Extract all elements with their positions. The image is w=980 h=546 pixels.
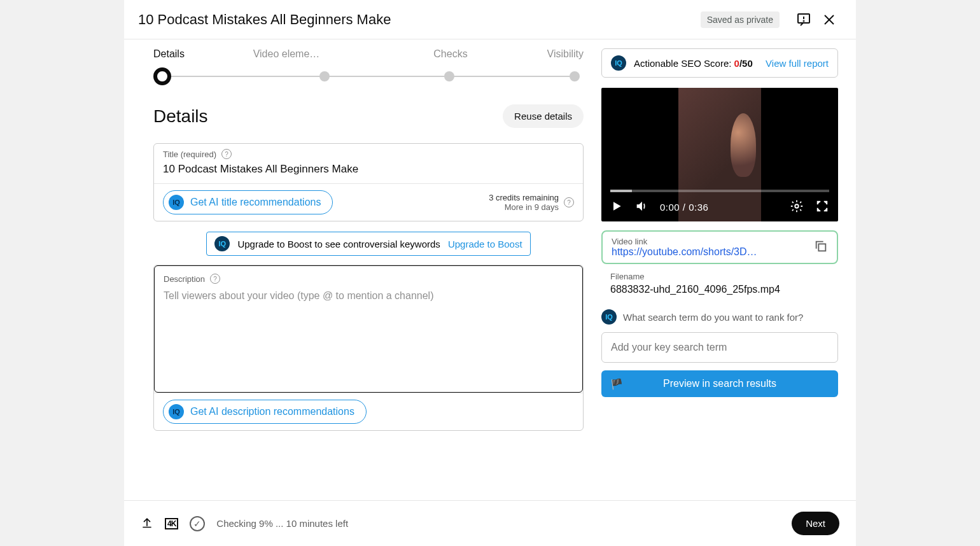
title-field-label: Title (required) ? <box>163 149 574 159</box>
search-prompt: What search term do you want to rank for… <box>623 312 803 323</box>
feedback-icon <box>796 12 811 27</box>
preview-search-button[interactable]: 🏴 Preview in search results <box>601 370 838 397</box>
search-prompt-row: IQ What search term do you want to rank … <box>601 309 838 325</box>
copy-link-button[interactable] <box>814 239 828 256</box>
description-card: Description ? Tell viewers about your vi… <box>153 265 584 431</box>
boost-text: Upgrade to Boost to see controversial ke… <box>237 239 440 249</box>
close-button[interactable] <box>816 7 842 32</box>
upload-indicator <box>141 516 153 531</box>
video-link-card: Video link https://youtube.com/shorts/3D… <box>601 230 838 264</box>
gear-icon <box>790 199 804 213</box>
ai-desc-row: IQ Get AI description recommendations <box>154 393 583 430</box>
fullscreen-icon <box>815 199 829 213</box>
right-column: IQ Actionable SEO Score: 0/50 View full … <box>601 39 856 500</box>
filename-label: Filename <box>610 272 829 281</box>
svg-rect-6 <box>818 244 825 251</box>
description-placeholder: Tell viewers about your video (type @ to… <box>164 290 573 302</box>
video-link-label: Video link <box>612 237 814 246</box>
player-time: 0:00 / 0:36 <box>660 202 708 213</box>
volume-icon <box>634 199 648 213</box>
modal-footer: 4K Checking 9% ... 10 minutes left Next <box>124 500 856 546</box>
filename-card: Filename 6883832-uhd_2160_4096_25fps.mp4 <box>601 264 838 295</box>
help-icon[interactable]: ? <box>221 149 232 159</box>
help-icon[interactable]: ? <box>210 274 220 284</box>
page-title-row: Details Reuse details <box>153 104 584 128</box>
title-card: Title (required) ? IQ Get AI title recom… <box>153 143 584 221</box>
help-icon[interactable]: ? <box>564 197 574 207</box>
view-report-link[interactable]: View full report <box>766 58 829 69</box>
step-video-elements[interactable]: Video eleme… <box>204 48 368 62</box>
stepper-track <box>153 67 584 85</box>
copy-icon <box>814 239 828 253</box>
step-circle-4[interactable] <box>566 67 584 85</box>
title-input[interactable] <box>163 163 574 176</box>
left-column: Details Video eleme… Checks Visibility <box>124 39 601 500</box>
step-visibility[interactable]: Visibility <box>533 48 584 62</box>
page-title: Details <box>153 106 503 127</box>
settings-button[interactable] <box>790 199 804 215</box>
filename-value: 6883832-uhd_2160_4096_25fps.mp4 <box>610 284 829 295</box>
vidiq-icon: IQ <box>169 195 184 210</box>
upload-modal: 10 Podcast Mistakes All Beginners Make S… <box>124 0 856 546</box>
video-player[interactable]: 0:00 / 0:36 <box>601 88 838 221</box>
vidiq-icon: IQ <box>169 404 184 419</box>
seo-score-text: Actionable SEO Score: 0/50 <box>634 58 753 69</box>
credits-info: 3 credits remaining More in 9 days ? <box>489 193 574 212</box>
modal-body: Details Video eleme… Checks Visibility <box>124 39 856 500</box>
description-field-label: Description ? <box>164 274 573 284</box>
boost-link[interactable]: Upgrade to Boost <box>448 239 522 249</box>
vidiq-icon: IQ <box>214 236 230 251</box>
title-field-box[interactable]: Title (required) ? <box>154 144 583 183</box>
fullscreen-button[interactable] <box>815 199 829 215</box>
description-field-box[interactable]: Description ? Tell viewers about your vi… <box>154 265 583 393</box>
step-circle-3[interactable] <box>440 67 458 85</box>
volume-button[interactable] <box>634 199 648 215</box>
check-icon <box>190 516 205 531</box>
next-button[interactable]: Next <box>792 512 839 535</box>
step-details[interactable]: Details <box>153 48 204 62</box>
step-circle-2[interactable] <box>316 67 333 85</box>
processing-status: Checking 9% ... 10 minutes left <box>216 518 348 529</box>
vidiq-icon: IQ <box>611 55 626 71</box>
play-icon <box>610 200 623 213</box>
ai-description-button[interactable]: IQ Get AI description recommendations <box>163 400 367 424</box>
close-icon <box>822 12 837 27</box>
seo-score-panel: IQ Actionable SEO Score: 0/50 View full … <box>601 48 838 78</box>
upload-icon <box>141 516 153 529</box>
feedback-button[interactable] <box>791 7 816 32</box>
svg-point-5 <box>795 204 799 208</box>
4k-badge-icon: 4K <box>165 518 178 529</box>
search-term-input[interactable] <box>601 332 838 363</box>
vidiq-icon: IQ <box>601 309 617 325</box>
boost-banner: IQ Upgrade to Boost to see controversial… <box>206 232 530 256</box>
stepper: Details Video eleme… Checks Visibility <box>153 48 584 85</box>
ai-title-button[interactable]: IQ Get AI title recommendations <box>163 190 333 214</box>
saved-status-chip: Saved as private <box>701 11 780 28</box>
svg-point-2 <box>804 20 804 21</box>
modal-title: 10 Podcast Mistakes All Beginners Make <box>138 11 701 28</box>
flag-icon: 🏴 <box>610 378 623 390</box>
modal-header: 10 Podcast Mistakes All Beginners Make S… <box>124 0 856 39</box>
step-checks[interactable]: Checks <box>368 48 533 62</box>
reuse-details-button[interactable]: Reuse details <box>503 104 584 128</box>
step-circle-1[interactable] <box>153 67 171 85</box>
player-controls: 0:00 / 0:36 <box>601 192 838 221</box>
play-button[interactable] <box>610 200 623 214</box>
video-link-value[interactable]: https://youtube.com/shorts/3D… <box>612 246 783 258</box>
ai-title-row: IQ Get AI title recommendations 3 credit… <box>154 183 583 221</box>
